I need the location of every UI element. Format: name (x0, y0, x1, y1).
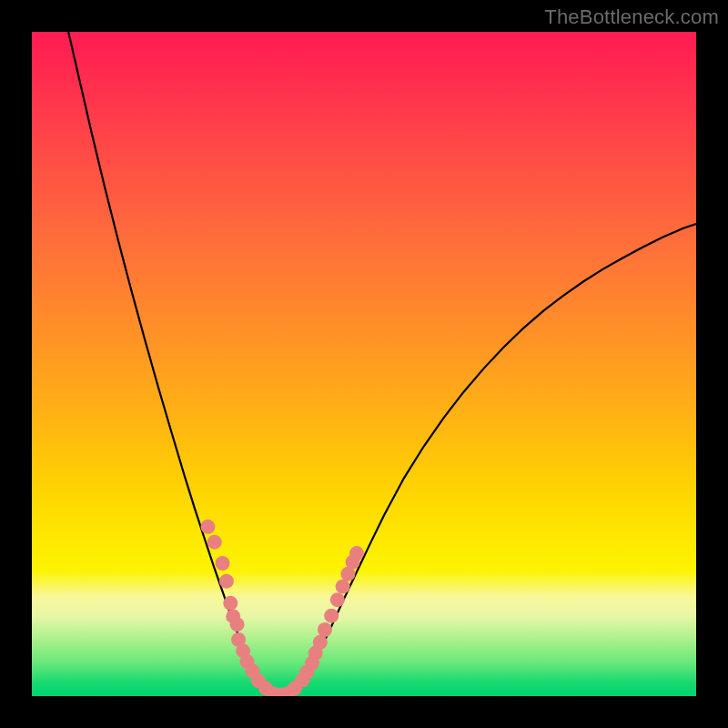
chart-frame: TheBottleneck.com (0, 0, 728, 728)
scatter-dot (223, 596, 238, 611)
scatter-dot (216, 556, 230, 571)
scatter-dot (230, 617, 245, 632)
scatter-dot (313, 635, 328, 650)
scatter-dot (324, 609, 339, 623)
scatter-dot (336, 580, 350, 594)
scatter-dot (207, 535, 222, 550)
watermark-text: TheBottleneck.com (544, 5, 719, 29)
scatter-dot (330, 592, 345, 607)
scatter-dot (318, 622, 332, 637)
chart-svg (32, 32, 696, 696)
scatter-dot (219, 574, 234, 589)
scatter-dot (200, 520, 215, 534)
scatter-dot (349, 546, 364, 561)
bottleneck-curve (68, 32, 696, 693)
